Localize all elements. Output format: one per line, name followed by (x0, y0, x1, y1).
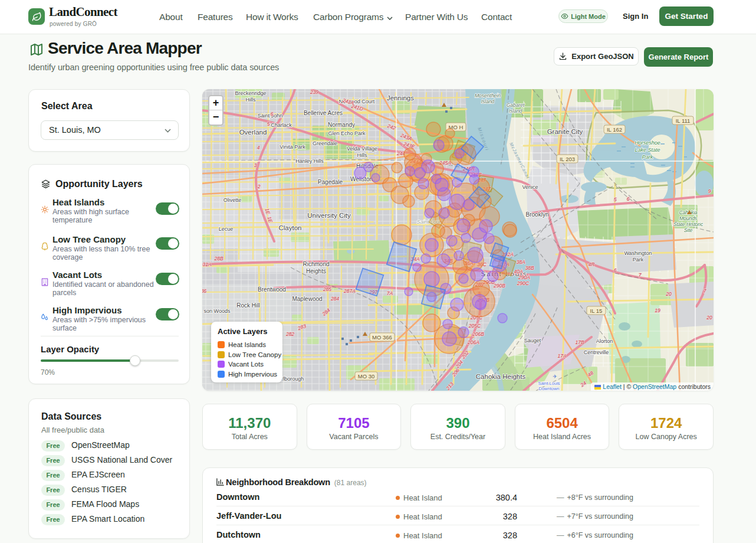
svg-text:4R: 4R (589, 261, 595, 267)
svg-text:MO 366: MO 366 (372, 334, 392, 341)
svg-text:Charlack: Charlack (271, 122, 292, 128)
svg-text:Jennings: Jennings (387, 94, 414, 102)
svg-text:206B: 206B (472, 331, 484, 337)
svg-text:Rock Hill: Rock Hill (236, 302, 259, 309)
svg-text:Mosenthein: Mosenthein (475, 93, 501, 99)
svg-text:Horseshoe: Horseshoe (635, 140, 660, 146)
svg-text:Hanley Hills: Hanley Hills (295, 158, 324, 164)
svg-text:17B: 17B (575, 339, 584, 345)
svg-text:7A: 7A (387, 290, 393, 296)
svg-text:Downtown: Downtown (538, 386, 559, 391)
svg-text:IL 203: IL 203 (560, 156, 575, 162)
svg-text:✈: ✈ (553, 374, 557, 380)
svg-text:Centreville: Centreville (584, 349, 609, 355)
svg-text:Greendale: Greendale (313, 140, 337, 146)
svg-text:Brooklyn: Brooklyn (526, 211, 549, 218)
svg-text:Lake State: Lake State (635, 147, 660, 153)
svg-text:40A: 40A (514, 269, 522, 274)
svg-text:IL 162: IL 162 (607, 126, 622, 133)
svg-text:Olivette: Olivette (223, 197, 242, 203)
svg-text:Heights: Heights (306, 268, 326, 274)
svg-text:284: 284 (330, 296, 339, 302)
svg-text:31A: 31A (202, 261, 211, 267)
svg-text:38B: 38B (525, 265, 534, 271)
svg-text:Pagedale: Pagedale (318, 179, 343, 185)
svg-text:2: 2 (257, 184, 261, 189)
svg-text:University City: University City (307, 212, 351, 219)
svg-text:38A: 38A (516, 259, 525, 265)
svg-text:Hills: Hills (246, 97, 256, 103)
svg-text:Site: Site (684, 227, 693, 233)
svg-text:20: 20 (665, 291, 672, 297)
svg-text:239: 239 (310, 89, 318, 95)
svg-text:290B: 290B (493, 283, 505, 289)
svg-text:6: 6 (271, 111, 274, 117)
svg-text:Hills: Hills (357, 152, 367, 158)
svg-text:Granite City: Granite City (547, 128, 583, 135)
svg-text:Bellerive Acres: Bellerive Acres (304, 110, 343, 116)
svg-text:Gabaret: Gabaret (507, 102, 525, 108)
svg-text:7: 7 (704, 288, 706, 294)
svg-text:Island: Island (481, 99, 495, 104)
svg-text:205C: 205C (468, 323, 481, 329)
svg-text:IL 111: IL 111 (676, 117, 691, 124)
svg-text:Richmond: Richmond (303, 261, 329, 267)
svg-text:Saint Louis: Saint Louis (538, 381, 560, 386)
svg-text:Breckenridge: Breckenridge (235, 90, 266, 96)
svg-text:IL 15: IL 15 (590, 308, 603, 314)
svg-text:285: 285 (323, 286, 331, 292)
svg-text:Park: Park (633, 257, 644, 263)
svg-text:Washington: Washington (624, 250, 652, 256)
svg-text:7: 7 (639, 272, 642, 278)
svg-text:206A: 206A (467, 339, 479, 345)
svg-text:6: 6 (614, 267, 617, 273)
svg-text:287A: 287A (343, 288, 356, 294)
svg-text:son Woods: son Woods (204, 308, 231, 314)
svg-text:5: 5 (267, 121, 270, 127)
svg-text:4: 4 (257, 145, 260, 151)
svg-text:282: 282 (285, 331, 294, 337)
svg-text:Mounds: Mounds (679, 215, 698, 221)
svg-text:6: 6 (627, 196, 630, 202)
svg-text:3: 3 (254, 162, 257, 168)
svg-text:290C: 290C (517, 280, 530, 286)
svg-text:Lecue: Lecue (219, 226, 234, 232)
svg-text:Glen Echo Park: Glen Echo Park (328, 130, 366, 136)
svg-text:290A: 290A (518, 274, 530, 280)
svg-text:5: 5 (614, 197, 617, 202)
svg-text:28B: 28B (213, 256, 223, 261)
svg-text:Alorton: Alorton (596, 338, 613, 344)
svg-text:Velda Village: Velda Village (347, 146, 377, 152)
svg-text:Cahokia Heights: Cahokia Heights (476, 373, 526, 380)
svg-text:286: 286 (202, 288, 206, 294)
svg-text:19: 19 (655, 308, 660, 313)
svg-text:State Historic: State Historic (673, 221, 704, 227)
svg-text:20: 20 (706, 315, 712, 320)
svg-text:Park: Park (642, 154, 653, 160)
svg-text:Venice: Venice (522, 184, 538, 190)
svg-text:Overland: Overland (239, 129, 267, 136)
svg-text:Brentwood: Brentwood (258, 286, 286, 293)
svg-text:Island: Island (509, 108, 522, 114)
svg-text:9: 9 (708, 188, 711, 194)
svg-text:Normandy: Normandy (328, 122, 355, 128)
svg-text:Sauget: Sauget (524, 338, 541, 344)
svg-text:Maplewood: Maplewood (292, 296, 322, 302)
svg-text:17A: 17A (557, 353, 566, 359)
svg-text:MO 30: MO 30 (358, 373, 375, 380)
svg-text:Vinita Park: Vinita Park (280, 144, 305, 150)
svg-text:Clayton: Clayton (279, 224, 302, 231)
